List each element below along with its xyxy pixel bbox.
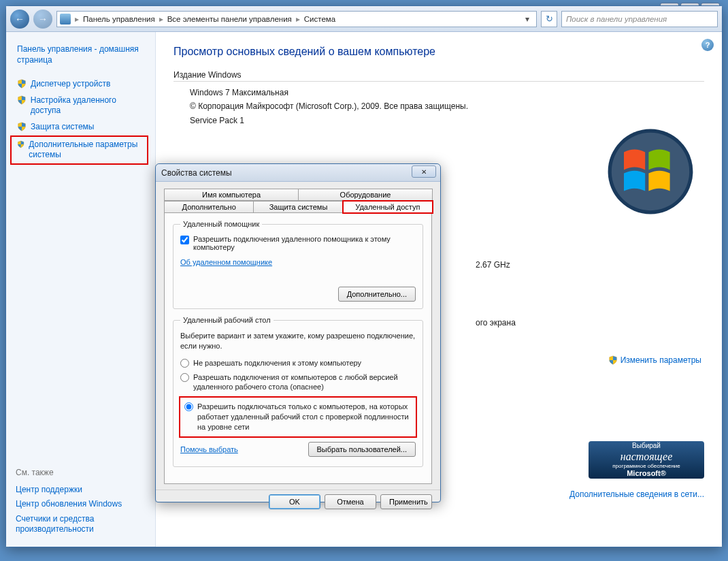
change-settings-link[interactable]: Изменить параметры bbox=[608, 355, 701, 365]
sidebar: Панель управления - домашняя страница Ди… bbox=[6, 32, 156, 547]
genuine-big: настоящее bbox=[621, 450, 673, 463]
see-also-windows-update[interactable]: Центр обновления Windows bbox=[16, 497, 148, 512]
sidebar-item-label: Настройка удаленного доступа bbox=[31, 95, 147, 116]
chevron-right-icon: ▸ bbox=[159, 14, 163, 24]
rd-radio-allow-any-label: Разрешать подключения от компьютеров с л… bbox=[193, 372, 416, 393]
select-users-button[interactable]: Выбрать пользователей... bbox=[308, 442, 416, 457]
address-bar: ← → ▸ Панель управления ▸ Все элементы п… bbox=[6, 6, 722, 32]
svg-point-1 bbox=[612, 133, 689, 210]
breadcrumb[interactable]: ▸ Панель управления ▸ Все элементы панел… bbox=[56, 11, 537, 27]
shield-icon bbox=[17, 122, 27, 131]
genuine-small1: Выбирай bbox=[632, 442, 661, 450]
more-info-link[interactable]: Дополнительные сведения в сети... bbox=[569, 490, 704, 499]
breadcrumb-item[interactable]: Система bbox=[304, 15, 335, 23]
tab-panel-remote: Удаленный помощник Разрешить подключения… bbox=[164, 213, 432, 484]
shield-icon bbox=[608, 355, 618, 365]
dialog-title: Свойства системы bbox=[161, 168, 232, 178]
sidebar-item-device-manager[interactable]: Диспетчер устройств bbox=[16, 76, 148, 93]
remote-desktop-group: Удаленный рабочий стол Выберите вариант … bbox=[173, 316, 423, 467]
system-properties-dialog: Свойства системы ✕ Имя компьютера Оборуд… bbox=[155, 163, 441, 502]
see-also-action-center[interactable]: Центр поддержки bbox=[16, 483, 148, 498]
sidebar-home-link[interactable]: Панель управления - домашняя страница bbox=[16, 42, 148, 68]
apply-button[interactable]: Применить bbox=[380, 494, 432, 509]
rd-radio-allow-nla-input[interactable] bbox=[184, 402, 193, 411]
chevron-down-icon[interactable]: ▾ bbox=[521, 14, 533, 24]
remote-assistance-group: Удаленный помощник Разрешить подключения… bbox=[173, 220, 423, 309]
rd-radio-deny-label: Не разрешать подключения к этому компьют… bbox=[193, 358, 361, 368]
remote-desktop-legend: Удаленный рабочий стол bbox=[180, 316, 274, 324]
shield-icon bbox=[17, 140, 24, 149]
windows-copyright: © Корпорация Майкрософт (Microsoft Corp.… bbox=[190, 99, 704, 113]
windows-edition: Windows 7 Максимальная bbox=[190, 86, 704, 99]
tab-advanced[interactable]: Дополнительно bbox=[164, 201, 254, 213]
remote-assistance-legend: Удаленный помощник bbox=[180, 220, 262, 228]
chevron-right-icon: ▸ bbox=[75, 14, 79, 24]
windows-logo-icon bbox=[606, 127, 695, 216]
genuine-microsoft-badge: Выбирай настоящее программное обеспечени… bbox=[589, 441, 704, 479]
sidebar-item-advanced-system-settings[interactable]: Дополнительные параметры системы bbox=[10, 135, 148, 165]
dialog-title-bar[interactable]: Свойства системы ✕ bbox=[156, 164, 440, 182]
cancel-button[interactable]: Отмена bbox=[325, 494, 376, 509]
sidebar-item-label: Защита системы bbox=[31, 122, 94, 133]
rd-radio-allow-nla[interactable]: Разрешить подключаться только с компьюте… bbox=[179, 396, 417, 438]
tab-system-protection[interactable]: Защита системы bbox=[253, 201, 343, 213]
tab-hardware[interactable]: Оборудование bbox=[298, 189, 433, 201]
remote-assistance-advanced-button[interactable]: Дополнительно... bbox=[338, 287, 416, 302]
chevron-right-icon: ▸ bbox=[296, 14, 300, 24]
page-title: Просмотр основных сведений о вашем компь… bbox=[173, 46, 704, 58]
rd-radio-allow-any[interactable]: Разрешать подключения от компьютеров с л… bbox=[180, 372, 416, 393]
genuine-small2: программное обеспечение bbox=[612, 463, 680, 470]
sidebar-item-label: Диспетчер устройств bbox=[31, 79, 110, 90]
help-icon[interactable]: ? bbox=[701, 39, 714, 51]
see-also-performance[interactable]: Счетчики и средства производительности bbox=[16, 512, 148, 537]
sidebar-item-system-protection[interactable]: Защита системы bbox=[16, 119, 148, 135]
forward-button[interactable]: → bbox=[33, 10, 52, 29]
see-also-heading: См. также bbox=[16, 468, 148, 477]
allow-remote-assistance-label: Разрешить подключения удаленного помощни… bbox=[193, 235, 416, 251]
dialog-close-button[interactable]: ✕ bbox=[412, 165, 436, 178]
cpu-frequency: 2.67 GHz bbox=[476, 260, 510, 270]
rd-radio-allow-any-input[interactable] bbox=[180, 373, 189, 382]
back-button[interactable]: ← bbox=[10, 10, 29, 29]
search-input[interactable]: Поиск в панели управления bbox=[561, 11, 718, 27]
about-remote-assistance-link[interactable]: Об удаленном помощнике bbox=[180, 258, 416, 266]
tab-strip: Имя компьютера Оборудование Дополнительн… bbox=[164, 189, 432, 213]
allow-remote-assistance-input[interactable] bbox=[180, 236, 189, 244]
ok-button[interactable]: OK bbox=[269, 494, 320, 509]
shield-icon bbox=[17, 79, 27, 89]
sidebar-item-remote-settings[interactable]: Настройка удаленного доступа bbox=[16, 93, 148, 119]
screen-text-fragment: ого экрана bbox=[476, 318, 516, 327]
help-me-choose-link[interactable]: Помочь выбрать bbox=[180, 445, 238, 453]
tab-remote[interactable]: Удаленный доступ bbox=[343, 201, 433, 213]
genuine-brand: Microsoft® bbox=[627, 469, 666, 478]
allow-remote-assistance-checkbox[interactable]: Разрешить подключения удаленного помощни… bbox=[180, 235, 416, 251]
change-settings-label: Изменить параметры bbox=[621, 355, 701, 365]
refresh-button[interactable]: ↻ bbox=[541, 11, 557, 27]
shield-icon bbox=[17, 95, 27, 105]
control-panel-icon bbox=[60, 14, 71, 25]
breadcrumb-item[interactable]: Панель управления bbox=[83, 15, 155, 23]
sidebar-item-label: Дополнительные параметры системы bbox=[29, 140, 144, 161]
remote-desktop-description: Выберите вариант и затем укажите, кому р… bbox=[180, 331, 416, 351]
breadcrumb-item[interactable]: Все элементы панели управления bbox=[167, 15, 292, 23]
windows-service-pack: Service Pack 1 bbox=[190, 114, 704, 127]
tab-computer-name[interactable]: Имя компьютера bbox=[164, 189, 299, 201]
rd-radio-deny-input[interactable] bbox=[180, 359, 189, 368]
windows-edition-heading: Издание Windows bbox=[173, 70, 704, 80]
rd-radio-deny[interactable]: Не разрешать подключения к этому компьют… bbox=[180, 358, 416, 368]
rd-radio-allow-nla-label: Разрешить подключаться только с компьюте… bbox=[197, 402, 412, 432]
